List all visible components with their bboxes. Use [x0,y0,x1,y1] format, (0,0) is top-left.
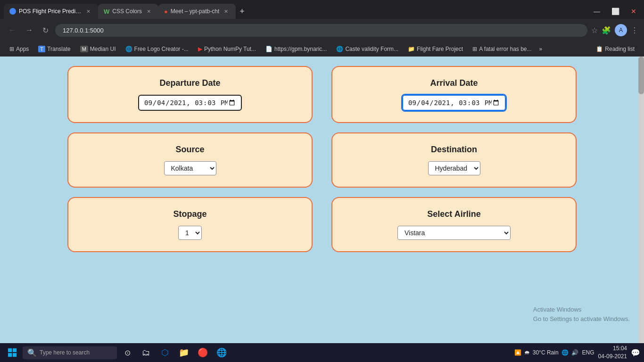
new-tab-button[interactable]: + [236,5,248,18]
network-icon: 🌐 [561,349,569,356]
tab-meet[interactable]: ● Meet – ypt-patb-cht ✕ [158,4,236,19]
flight-fare-icon: 📁 [408,46,415,52]
tab-close-css[interactable]: ✕ [145,8,153,16]
bookmark-caste[interactable]: 🌐 Caste validity Form... [332,45,402,53]
svg-rect-3 [13,353,17,357]
stopage-card: Stopage 0 1 2 3 [67,197,313,252]
scrollbar[interactable] [638,57,644,343]
gpm-icon: 📄 [265,46,272,52]
svg-rect-1 [13,348,17,352]
bookmark-fatal-error[interactable]: ⊞ A fatal error has be... [469,45,535,53]
airline-select[interactable]: Vistara IndiGo Air India SpiceJet GoAir … [397,226,511,240]
forward-button[interactable]: → [23,24,36,36]
median-ui-icon: M [80,46,88,52]
bookmark-flight-fare[interactable]: 📁 Flight Fare Project [404,45,467,53]
tab-bar: POS Flight Price Prediction ✕ W CSS Colo… [0,0,644,19]
activate-line2: Go to Settings to activate Windows. [533,314,630,324]
activate-watermark: Activate Windows Go to Settings to activ… [533,305,630,323]
taskbar-chrome[interactable]: 🌐 [213,344,230,361]
reload-button[interactable]: ↻ [40,24,51,37]
back-button[interactable]: ← [6,24,19,36]
free-logo-icon: 🌐 [125,46,132,52]
source-select[interactable]: Kolkata Delhi Mumbai Chennai Bangalore H… [164,161,216,175]
arrival-date-card: Arrival Date [331,66,577,123]
destination-select[interactable]: Hyderabad Delhi Mumbai Chennai Bangalore… [428,161,480,175]
bookmark-translate-label: Translate [47,46,71,52]
tab-icon-css: W [104,8,109,15]
numpy-icon: ▶ [198,46,202,52]
activate-line1: Activate Windows [533,305,630,314]
arrival-date-label: Arrival Date [430,78,478,88]
tab-label-meet: Meet – ypt-patb-cht [171,8,219,15]
chevron-up-icon[interactable]: 🔼 [514,349,521,356]
taskbar-clock: 15:04 04-09-2021 [598,345,627,361]
svg-rect-0 [8,348,12,352]
maximize-button[interactable]: ⬜ [608,6,623,17]
language-indicator: ENG [582,349,594,356]
tab-close-pos[interactable]: ✕ [84,8,92,16]
bookmark-fatal-error-label: A fatal error has be... [479,46,531,52]
bookmark-median-ui[interactable]: M Median UI [76,45,120,53]
bookmark-star-icon[interactable]: ☆ [591,26,598,35]
reading-list-button[interactable]: 📋 Reading list [592,45,638,53]
tab-close-meet[interactable]: ✕ [222,8,230,16]
bookmarks-bar: ⊞ Apps T Translate M Median UI 🌐 Free Lo… [0,41,644,57]
browser-menu-icon[interactable]: ⋮ [631,26,638,35]
source-label: Source [175,145,204,155]
bookmarks-more-button[interactable]: » [539,46,543,52]
departure-date-card: Departure Date [67,66,313,123]
taskbar-file-explorer[interactable]: 🗂 [138,344,155,361]
bookmark-free-logo-label: Free Logo Creator -... [134,46,189,52]
taskbar-app1[interactable]: 🔴 [194,344,211,361]
tab-pos-flight[interactable]: POS Flight Price Prediction ✕ [4,4,98,19]
destination-card: Destination Hyderabad Delhi Mumbai Chenn… [331,132,577,188]
minimize-button[interactable]: — [590,6,604,17]
translate-icon: T [38,46,45,52]
tab-icon-meet: ● [164,8,168,15]
bookmark-apps[interactable]: ⊞ Apps [6,45,33,53]
svg-rect-2 [8,353,12,357]
reading-list-icon: 📋 [596,46,603,52]
clock-time: 15:04 [598,345,627,353]
stopage-select[interactable]: 0 1 2 3 [178,226,202,240]
search-icon: 🔍 [27,348,37,357]
source-card: Source Kolkata Delhi Mumbai Chennai Bang… [67,132,313,188]
extensions-icon[interactable]: 🧩 [602,26,611,35]
address-input[interactable] [55,24,587,37]
bookmark-apps-label: Apps [16,46,29,52]
volume-icon[interactable]: 🔊 [571,349,578,356]
bookmark-flight-fare-label: Flight Fare Project [417,46,463,52]
main-content: Departure Date Arrival Date Source Kolka… [0,57,644,347]
taskbar-task-view[interactable]: ⊙ [119,344,136,361]
airline-card: Select Airline Vistara IndiGo Air India … [331,197,577,252]
bookmark-median-ui-label: Median UI [90,46,116,52]
windows-logo-icon [8,348,17,357]
taskbar-right-area: 🔼 🌧 30°C Rain 🌐 🔊 ENG 15:04 04-09-2021 💬 [514,345,640,361]
address-bar: ← → ↻ ☆ 🧩 A ⋮ [0,19,644,41]
scrollbar-thumb[interactable] [638,57,644,94]
destination-label: Destination [431,145,477,155]
clock-date: 04-09-2021 [598,353,627,361]
extra-card-row: Stopage 0 1 2 3 Select Airline Vistara I… [38,197,606,252]
bookmark-numpy[interactable]: ▶ Python NumPy Tut... [194,45,260,53]
taskbar-files[interactable]: 📁 [175,344,192,361]
tab-css-colors[interactable]: W CSS Colors ✕ [98,4,158,19]
taskbar-search-box[interactable]: 🔍 Type here to search [23,346,117,359]
taskbar: 🔍 Type here to search ⊙ 🗂 ⬡ 📁 🔴 🌐 🔼 🌧 30… [0,343,644,362]
bookmark-free-logo[interactable]: 🌐 Free Logo Creator -... [122,45,192,53]
notifications-icon[interactable]: 💬 [631,348,640,357]
bookmark-gpm-label: https://gpm.bynaric... [274,46,327,52]
fatal-error-icon: ⊞ [472,46,477,52]
taskbar-vscode[interactable]: ⬡ [157,344,173,361]
start-button[interactable] [4,344,21,361]
caste-icon: 🌐 [336,46,343,52]
bookmark-gpm[interactable]: 📄 https://gpm.bynaric... [262,45,330,53]
bookmark-translate[interactable]: T Translate [34,45,74,53]
window-controls: — ⬜ ✕ [590,6,640,17]
departure-date-input[interactable] [138,95,242,111]
profile-avatar[interactable]: A [615,24,627,36]
arrival-date-input[interactable] [402,95,506,111]
apps-icon: ⊞ [9,46,14,52]
close-button[interactable]: ✕ [627,6,640,17]
airline-label: Select Airline [427,209,480,219]
